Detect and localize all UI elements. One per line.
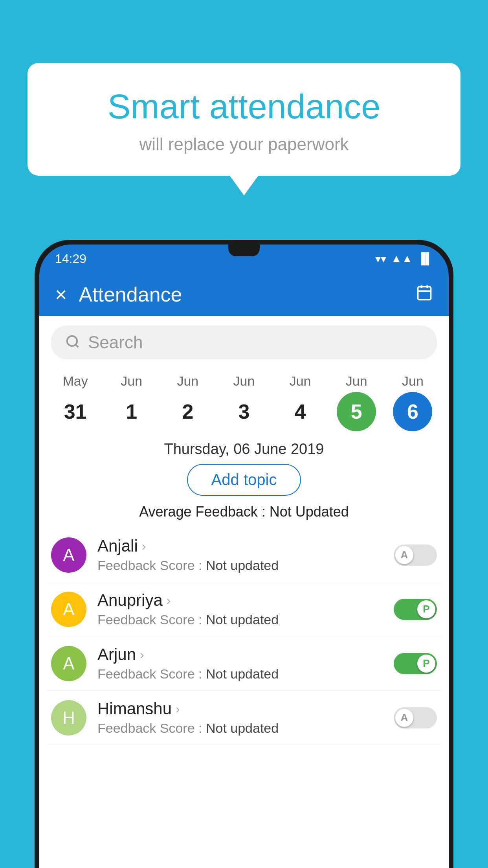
cal-date[interactable]: 3 [224, 392, 264, 431]
search-bar[interactable]: Search [51, 326, 437, 359]
cal-month: Jun [121, 373, 142, 389]
avg-feedback-label: Average Feedback : [139, 504, 270, 520]
speech-bubble-title: Smart attendance [59, 86, 429, 127]
wifi-icon: ▾▾ [375, 252, 386, 265]
phone-inner: 14:29 ▾▾ ▲▲ ▐▌ × Attendance [39, 245, 449, 868]
student-row[interactable]: HHimanshu ›Feedback Score : Not updatedA [47, 691, 441, 745]
cal-month: Jun [177, 373, 198, 389]
calendar-day[interactable]: Jun1 [106, 373, 157, 431]
student-feedback: Feedback Score : Not updated [97, 666, 383, 682]
student-name: Arjun › [97, 645, 383, 664]
feedback-value: Not updated [206, 558, 279, 573]
speech-bubble-container: Smart attendance will replace your paper… [28, 63, 460, 176]
cal-date[interactable]: 5 [337, 392, 376, 431]
status-time: 14:29 [55, 252, 86, 266]
app-title: Attendance [79, 283, 404, 306]
toggle-knob: A [395, 709, 413, 727]
student-info: Arjun ›Feedback Score : Not updated [97, 645, 383, 682]
toggle-knob: A [395, 546, 413, 564]
student-row[interactable]: AArjun ›Feedback Score : Not updatedP [47, 636, 441, 691]
cal-date[interactable]: 2 [168, 392, 207, 431]
chevron-icon: › [140, 647, 144, 662]
calendar-day[interactable]: Jun3 [218, 373, 270, 431]
toggle-container[interactable]: P [394, 653, 437, 674]
screen-content: Search May31Jun1Jun2Jun3Jun4Jun5Jun6 Thu… [39, 316, 449, 868]
feedback-value: Not updated [206, 666, 279, 681]
toggle-knob: P [417, 655, 435, 673]
cal-date[interactable]: 6 [393, 392, 432, 431]
feedback-value: Not updated [206, 721, 279, 736]
cal-month: Jun [290, 373, 311, 389]
avg-feedback: Average Feedback : Not Updated [39, 504, 449, 520]
status-icons: ▾▾ ▲▲ ▐▌ [375, 252, 433, 265]
student-info: Anupriya ›Feedback Score : Not updated [97, 591, 383, 627]
svg-point-4 [67, 336, 77, 346]
calendar-day[interactable]: May31 [50, 373, 101, 431]
app-bar: × Attendance [39, 273, 449, 316]
cal-month: Jun [346, 373, 367, 389]
calendar-day[interactable]: Jun2 [162, 373, 213, 431]
search-placeholder: Search [88, 333, 143, 352]
svg-line-5 [75, 344, 78, 347]
attendance-toggle[interactable]: P [394, 653, 437, 674]
cal-month: Jun [402, 373, 424, 389]
search-icon [65, 334, 80, 351]
student-feedback: Feedback Score : Not updated [97, 558, 383, 573]
calendar-day[interactable]: Jun5 [331, 373, 382, 431]
speech-bubble: Smart attendance will replace your paper… [28, 63, 460, 176]
chevron-icon: › [167, 593, 171, 608]
cal-date[interactable]: 4 [281, 392, 320, 431]
notch [228, 245, 260, 256]
add-topic-button[interactable]: Add topic [187, 464, 301, 496]
cal-month: Jun [233, 373, 255, 389]
student-feedback: Feedback Score : Not updated [97, 612, 383, 627]
calendar-strip: May31Jun1Jun2Jun3Jun4Jun5Jun6 [39, 367, 449, 431]
student-info: Himanshu ›Feedback Score : Not updated [97, 699, 383, 736]
attendance-toggle[interactable]: A [394, 544, 437, 566]
student-avatar: H [51, 700, 86, 736]
student-row[interactable]: AAnupriya ›Feedback Score : Not updatedP [47, 582, 441, 636]
phone-frame: 14:29 ▾▾ ▲▲ ▐▌ × Attendance [35, 240, 453, 868]
battery-icon: ▐▌ [417, 252, 433, 265]
student-avatar: A [51, 592, 86, 627]
student-avatar: A [51, 537, 86, 573]
student-list: AAnjali ›Feedback Score : Not updatedAAA… [39, 528, 449, 745]
toggle-container[interactable]: A [394, 544, 437, 566]
cal-date[interactable]: 31 [56, 392, 95, 431]
selected-date-label: Thursday, 06 June 2019 [39, 441, 449, 458]
student-name: Himanshu › [97, 699, 383, 718]
avg-feedback-value: Not Updated [270, 504, 349, 520]
toggle-container[interactable]: A [394, 707, 437, 728]
svg-rect-0 [418, 287, 431, 300]
chevron-icon: › [142, 539, 146, 554]
close-button[interactable]: × [55, 283, 67, 306]
toggle-knob: P [417, 600, 435, 618]
signal-icon: ▲▲ [391, 252, 413, 265]
calendar-day[interactable]: Jun6 [387, 373, 438, 431]
student-name: Anupriya › [97, 591, 383, 610]
attendance-toggle[interactable]: P [394, 599, 437, 620]
student-row[interactable]: AAnjali ›Feedback Score : Not updatedA [47, 528, 441, 582]
status-bar: 14:29 ▾▾ ▲▲ ▐▌ [39, 245, 449, 273]
attendance-toggle[interactable]: A [394, 707, 437, 728]
student-info: Anjali ›Feedback Score : Not updated [97, 537, 383, 573]
cal-month: May [62, 373, 88, 389]
student-name: Anjali › [97, 537, 383, 555]
toggle-container[interactable]: P [394, 599, 437, 620]
calendar-day[interactable]: Jun4 [275, 373, 326, 431]
calendar-icon[interactable] [416, 284, 433, 305]
student-feedback: Feedback Score : Not updated [97, 721, 383, 736]
chevron-icon: › [176, 702, 180, 716]
cal-date[interactable]: 1 [112, 392, 151, 431]
student-avatar: A [51, 646, 86, 681]
speech-bubble-subtitle: will replace your paperwork [59, 134, 429, 154]
feedback-value: Not updated [206, 612, 279, 627]
